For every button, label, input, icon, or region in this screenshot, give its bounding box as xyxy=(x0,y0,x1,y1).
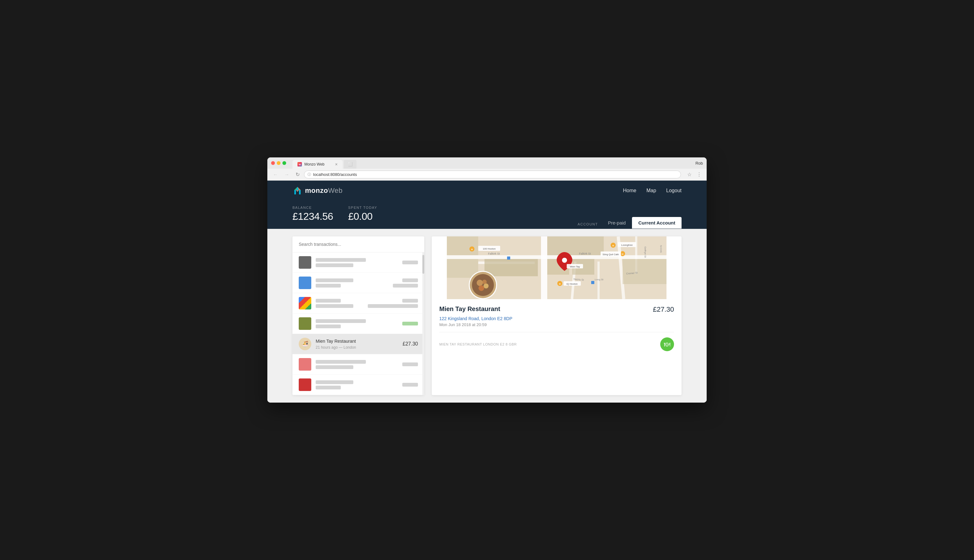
close-button[interactable] xyxy=(271,161,275,165)
search-input[interactable] xyxy=(299,242,418,247)
transaction-amount-col xyxy=(368,299,418,308)
tab-current-account[interactable]: Current Account xyxy=(632,217,682,228)
transaction-info xyxy=(316,319,398,328)
transaction-item[interactable] xyxy=(292,273,424,293)
svg-text:Mien Tay: Mien Tay xyxy=(570,265,580,268)
svg-point-51 xyxy=(472,274,494,296)
spent-today-item: SPENT TODAY £0.00 xyxy=(348,206,377,228)
detail-amount: £27.30 xyxy=(653,305,674,313)
detail-datetime: Mon Jun 18 2018 at 20:59 xyxy=(439,322,674,327)
transaction-item[interactable] xyxy=(292,313,424,334)
svg-rect-13 xyxy=(484,259,538,276)
minimize-button[interactable] xyxy=(277,161,281,165)
account-tabs: ACCOUNT Pre-paid Current Account xyxy=(539,217,682,228)
transaction-logo xyxy=(299,297,311,310)
monzo-brand: monzoWeb xyxy=(305,187,342,195)
transaction-amount-col xyxy=(402,383,418,387)
transaction-amount-col xyxy=(402,362,418,366)
nav-map[interactable]: Map xyxy=(647,188,656,193)
spent-label: SPENT TODAY xyxy=(348,206,377,210)
transaction-list[interactable]: 🍜 Mien Tay Restaurant 21 hours ago — Lon… xyxy=(292,252,424,395)
blurred-amount xyxy=(402,299,418,303)
transaction-logo xyxy=(299,256,311,269)
blurred-name xyxy=(316,319,366,323)
svg-point-54 xyxy=(478,285,484,291)
svg-text:LoongKee: LoongKee xyxy=(621,243,633,247)
account-bar: BALANCE £1234.56 SPENT TODAY £0.00 ACCOU… xyxy=(267,201,707,229)
transaction-info: Mien Tay Restaurant 21 hours ago — Londo… xyxy=(316,338,398,350)
transaction-item[interactable] xyxy=(292,252,424,273)
transaction-item-mien-tay[interactable]: 🍜 Mien Tay Restaurant 21 hours ago — Lon… xyxy=(292,334,424,354)
svg-text:H: H xyxy=(559,283,560,285)
svg-rect-46 xyxy=(507,257,510,260)
blurred-amount xyxy=(402,260,418,264)
transaction-logo xyxy=(299,378,311,391)
detail-panel: Falkirk St Falkirk St Geffrye St N>CHS N… xyxy=(432,237,682,395)
transaction-meta: 21 hours ago — London xyxy=(316,345,398,350)
nav-home[interactable]: Home xyxy=(623,188,637,193)
brand-name: monzo xyxy=(305,187,328,194)
svg-point-39 xyxy=(562,258,567,263)
transaction-info xyxy=(316,299,363,308)
detail-address[interactable]: 122 Kingsland Road, London E2 8DP xyxy=(439,316,674,321)
blurred-amount xyxy=(402,278,418,282)
svg-text:Long St: Long St xyxy=(595,278,603,281)
svg-text:iQ Hoxton: iQ Hoxton xyxy=(566,283,578,285)
svg-marker-3 xyxy=(296,190,299,192)
detail-body: Mien Tay Restaurant £27.30 122 Kingsland… xyxy=(432,299,682,357)
svg-text:100 Hoxton: 100 Hoxton xyxy=(483,247,496,250)
blurred-meta xyxy=(316,304,353,308)
nav-logout[interactable]: Logout xyxy=(666,188,682,193)
menu-icon[interactable]: ⋮ xyxy=(695,171,703,178)
tab-close-icon[interactable]: × xyxy=(335,162,337,167)
svg-text:H: H xyxy=(621,253,623,255)
transaction-amount-col xyxy=(393,278,418,288)
svg-rect-6 xyxy=(447,255,667,259)
scrollbar-thumb xyxy=(423,255,424,274)
monzo-logo: monzoWeb xyxy=(292,186,342,196)
traffic-lights xyxy=(271,161,286,165)
blurred-meta xyxy=(316,284,341,288)
svg-text:N>CHS: N>CHS xyxy=(660,245,662,253)
address-bar[interactable]: ⓘ localhost:8080/accounts xyxy=(304,170,681,178)
forward-button[interactable]: → xyxy=(282,171,291,178)
map-container: Falkirk St Falkirk St Geffrye St N>CHS N… xyxy=(432,237,682,299)
fullscreen-button[interactable] xyxy=(282,161,286,165)
balance-item: BALANCE £1234.56 xyxy=(292,206,333,228)
app-navbar: monzoWeb Home Map Logout xyxy=(267,181,707,201)
transaction-info xyxy=(316,278,388,288)
blurred-amount xyxy=(402,383,418,387)
url-text: localhost:8080/accounts xyxy=(313,172,357,177)
new-tab-button[interactable]: ⬜ xyxy=(344,160,356,169)
browser-titlebar: M Monzo Web × ⬜ Rob xyxy=(267,157,707,169)
app-content: monzoWeb Home Map Logout BALANCE £1234.5… xyxy=(267,181,707,403)
refresh-button[interactable]: ↻ xyxy=(294,171,302,178)
balance-value: £1234.56 xyxy=(292,211,333,222)
tab-prepaid[interactable]: Pre-paid xyxy=(602,217,632,228)
detail-merchant-ref: MIEN TAY RESTAURANT LONDON E2 8 GBR xyxy=(439,342,517,346)
back-button[interactable]: ← xyxy=(271,171,280,178)
svg-text:H: H xyxy=(471,248,473,250)
lock-icon: ⓘ xyxy=(307,172,311,177)
transaction-logo xyxy=(299,358,311,371)
transaction-info xyxy=(316,380,398,390)
svg-rect-16 xyxy=(447,237,478,255)
transaction-info xyxy=(316,360,398,369)
map-svg: Falkirk St Falkirk St Geffrye St N>CHS N… xyxy=(432,237,682,299)
detail-merchant-name: Mien Tay Restaurant xyxy=(439,305,500,313)
transaction-item[interactable] xyxy=(292,375,424,395)
balance-section: BALANCE £1234.56 SPENT TODAY £0.00 xyxy=(292,206,539,228)
bookmark-icon[interactable]: ☆ xyxy=(686,171,693,178)
transaction-logo xyxy=(299,277,311,289)
transaction-amount-col xyxy=(402,260,418,264)
svg-rect-47 xyxy=(591,281,594,284)
svg-point-53 xyxy=(484,283,489,288)
blurred-meta xyxy=(316,386,341,390)
blurred-amount2 xyxy=(368,304,418,308)
transaction-item[interactable] xyxy=(292,354,424,375)
search-bar[interactable] xyxy=(292,237,424,252)
svg-text:H: H xyxy=(612,245,614,247)
scrollbar[interactable] xyxy=(423,252,424,395)
transaction-item[interactable] xyxy=(292,293,424,313)
browser-tab[interactable]: M Monzo Web × xyxy=(292,160,342,169)
